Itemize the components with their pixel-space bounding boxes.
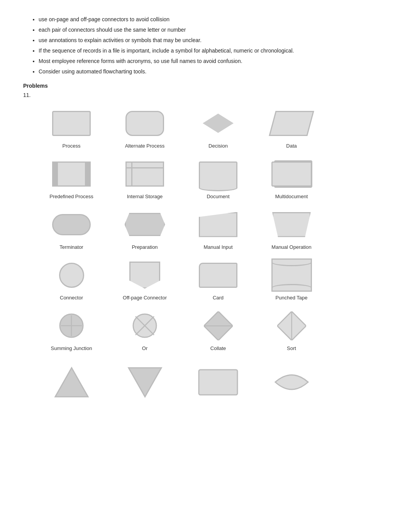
shape-document: Document <box>185 156 251 199</box>
shape-summing-junction: Summing Junction <box>39 308 104 351</box>
shape-internal-storage-figure <box>122 156 168 191</box>
bottom-arc-icon <box>273 366 310 399</box>
shape-card-figure <box>195 258 241 292</box>
shape-internal-storage: Internal Storage <box>112 156 178 199</box>
bottom-shape-3-figure <box>195 363 241 401</box>
shape-collate-figure <box>195 308 241 343</box>
shape-decision: Decision <box>185 106 251 149</box>
shape-data-label: Data <box>286 143 296 149</box>
shape-multidocument-figure <box>268 156 315 191</box>
shape-connector-label: Connector <box>60 295 83 301</box>
bullet-item-6: Consider using automated flowcharting to… <box>39 68 387 76</box>
shape-decision-figure <box>195 106 241 141</box>
shape-or: Or <box>112 308 178 351</box>
shape-multidocument: Multidocument <box>259 156 324 199</box>
bullet-item-1: use on-page and off-page connectors to a… <box>39 15 387 24</box>
collate-icon <box>204 311 233 340</box>
shape-terminator-label: Terminator <box>59 244 83 250</box>
shape-sort-figure <box>268 308 315 343</box>
connector-icon <box>59 263 84 288</box>
shape-document-figure <box>195 156 241 191</box>
shape-sort: Sort <box>259 308 324 351</box>
bottom-shape-2 <box>112 363 178 403</box>
predefined-process-icon <box>52 161 91 187</box>
triangle-up-icon <box>53 366 90 399</box>
shape-card: Card <box>185 258 251 301</box>
shape-connector-figure <box>48 258 95 292</box>
shape-manual-operation-figure <box>268 207 315 242</box>
data-icon <box>269 111 314 136</box>
shape-data-figure <box>268 106 315 141</box>
preparation-icon <box>125 213 165 236</box>
process-icon <box>52 111 91 136</box>
shape-punched-tape-label: Punched Tape <box>276 295 308 301</box>
shapes-grid: Process Alternate Process Decision Data … <box>39 106 387 355</box>
punched-tape-icon <box>271 262 312 289</box>
bottom-shape-4-figure <box>268 363 315 401</box>
shape-manual-operation: Manual Operation <box>259 207 324 250</box>
problems-heading: Problems <box>23 83 387 89</box>
shape-preparation-label: Preparation <box>132 244 158 250</box>
multidocument-icon <box>271 161 312 187</box>
card-icon <box>199 263 237 288</box>
shape-offpage-connector-label: Off-page Connector <box>123 295 167 301</box>
shape-preparation: Preparation <box>112 207 178 250</box>
alt-process-icon <box>125 111 164 136</box>
shape-or-figure <box>122 308 168 343</box>
summing-junction-icon <box>58 312 85 339</box>
shape-decision-label: Decision <box>208 143 228 149</box>
svg-marker-10 <box>55 368 88 397</box>
shape-offpage-connector: Off-page Connector <box>112 258 178 301</box>
bottom-shape-1 <box>39 363 104 403</box>
shape-process-label: Process <box>63 143 81 149</box>
terminator-icon <box>52 214 91 235</box>
shape-alt-process-figure <box>122 106 168 141</box>
shape-punched-tape-figure <box>268 258 315 292</box>
shape-manual-input-label: Manual Input <box>203 244 232 250</box>
shape-internal-storage-label: Internal Storage <box>127 194 163 199</box>
shape-offpage-connector-figure <box>122 258 168 292</box>
offpage-connector-icon <box>129 262 160 289</box>
or-icon <box>131 312 158 339</box>
shape-data: Data <box>259 106 324 149</box>
document-icon <box>199 161 237 187</box>
triangle-down-icon <box>127 366 163 399</box>
manual-operation-icon <box>272 212 311 237</box>
manual-input-icon <box>199 212 237 237</box>
sort-icon <box>277 311 306 340</box>
bottom-rect-icon <box>197 368 239 397</box>
shape-predefined-process: Predefined Process <box>39 156 104 199</box>
shape-terminator-figure <box>48 207 95 242</box>
problem-number: 11. <box>23 92 387 98</box>
shape-collate: Collate <box>185 308 251 351</box>
shape-punched-tape: Punched Tape <box>259 258 324 301</box>
shape-document-label: Document <box>207 194 229 199</box>
bottom-shape-2-figure <box>122 363 168 401</box>
bottom-shape-4 <box>259 363 324 403</box>
shape-collate-label: Collate <box>210 345 226 351</box>
bottom-shape-1-figure <box>48 363 95 401</box>
bottom-shape-3 <box>185 363 251 403</box>
svg-marker-11 <box>129 368 161 397</box>
shape-multidocument-label: Multidocument <box>275 194 308 199</box>
shape-summing-junction-figure <box>48 308 95 343</box>
bullet-item-4: If the sequence of records in a file is … <box>39 47 387 55</box>
bullet-item-2: each pair of connectors should use the s… <box>39 26 387 34</box>
shape-summing-junction-label: Summing Junction <box>51 345 92 351</box>
shape-process-figure <box>48 106 95 141</box>
shape-predefined-process-label: Predefined Process <box>49 194 93 199</box>
svg-rect-12 <box>199 370 237 395</box>
shape-process: Process <box>39 106 104 149</box>
bullet-list: use on-page and off-page connectors to a… <box>23 15 387 76</box>
bottom-shapes-row <box>39 363 387 403</box>
internal-storage-icon <box>125 161 164 187</box>
shape-connector: Connector <box>39 258 104 301</box>
shape-or-label: Or <box>142 345 147 351</box>
shape-manual-input-figure <box>195 207 241 242</box>
shape-predefined-process-figure <box>48 156 95 191</box>
shape-manual-operation-label: Manual Operation <box>271 244 311 250</box>
shape-terminator: Terminator <box>39 207 104 250</box>
shape-alt-process: Alternate Process <box>112 106 178 149</box>
bullet-item-5: Most employee reference forms with acron… <box>39 57 387 65</box>
decision-icon <box>203 114 234 133</box>
